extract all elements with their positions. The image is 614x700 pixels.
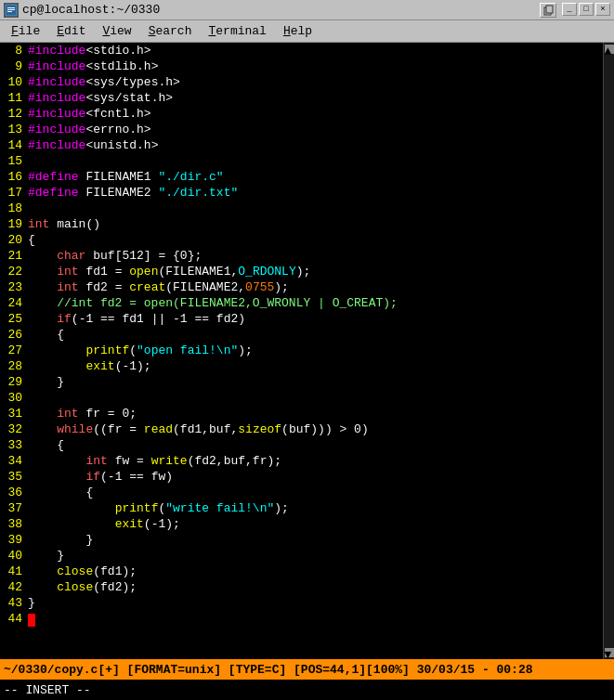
line-content: {: [28, 327, 601, 343]
line-number: 10: [2, 74, 28, 90]
line-content: #define FILENAME2 "./dir.txt": [28, 185, 601, 201]
line-content: int main(): [28, 216, 601, 232]
line-content: {: [28, 485, 601, 500]
code-line: 11 #include<sys/stat.h>: [0, 90, 603, 106]
code-line: 19 int main(): [0, 216, 603, 232]
scrollbar-down[interactable]: ▼: [605, 648, 614, 657]
line-content: }: [28, 532, 601, 548]
line-number: 43: [2, 595, 28, 611]
titlebar-controls: _ □ ×: [540, 3, 610, 18]
code-line: 31 int fr = 0;: [0, 406, 603, 421]
code-line: 28 exit(-1);: [0, 358, 603, 374]
code-line: 35 if(-1 == fw): [0, 469, 603, 485]
terminal: 8 #include<stdio.h> 9 #include<stdlib.h>…: [0, 43, 614, 700]
line-number: 9: [2, 58, 28, 74]
line-content: char buf[512] = {0};: [28, 248, 601, 264]
menu-file[interactable]: File: [4, 22, 47, 41]
code-line: 43 }: [0, 595, 603, 611]
code-area[interactable]: 8 #include<stdio.h> 9 #include<stdlib.h>…: [0, 43, 614, 659]
line-content: int fw = write(fd2,buf,fr);: [28, 453, 601, 469]
code-line: 36 {: [0, 485, 603, 500]
line-content: }: [28, 548, 601, 564]
line-content: printf("write fail!\n");: [28, 500, 601, 516]
line-content: if(-1 == fd1 || -1 == fd2): [28, 311, 601, 327]
code-line: 16 #define FILENAME1 "./dir.c": [0, 169, 603, 185]
line-number: 26: [2, 327, 28, 343]
line-number: 33: [2, 437, 28, 453]
titlebar: cp@localhost:~/0330 _ □ ×: [0, 0, 614, 20]
code-line: 38 exit(-1);: [0, 516, 603, 532]
line-number: 37: [2, 500, 28, 516]
line-content: exit(-1);: [28, 516, 601, 532]
line-number: 41: [2, 564, 28, 579]
line-number: 19: [2, 216, 28, 232]
line-number: 28: [2, 358, 28, 374]
code-line: 34 int fw = write(fd2,buf,fr);: [0, 453, 603, 469]
line-number: 21: [2, 248, 28, 264]
line-content: #include<stdlib.h>: [28, 58, 601, 74]
code-line: 37 printf("write fail!\n");: [0, 500, 603, 516]
line-number: 29: [2, 374, 28, 390]
code-line: 9 #include<stdlib.h>: [0, 58, 603, 74]
code-line: 24 //int fd2 = open(FILENAME2,O_WRONLY |…: [0, 295, 603, 311]
line-number: 36: [2, 485, 28, 500]
close-button[interactable]: ×: [595, 3, 610, 16]
line-content: [28, 390, 601, 406]
code-content[interactable]: 8 #include<stdio.h> 9 #include<stdlib.h>…: [0, 43, 603, 659]
maximize-button[interactable]: □: [579, 3, 594, 16]
minimize-button[interactable]: _: [562, 3, 577, 16]
line-number: 13: [2, 122, 28, 137]
line-content: if(-1 == fw): [28, 469, 601, 485]
code-line: 14 #include<unistd.h>: [0, 137, 603, 153]
code-line: 21 char buf[512] = {0};: [0, 248, 603, 264]
line-content: printf("open fail!\n");: [28, 343, 601, 358]
copy-icon[interactable]: [540, 3, 556, 18]
code-line: 22 int fd1 = open(FILENAME1,O_RDONLY);: [0, 264, 603, 279]
code-line: 42 close(fd2);: [0, 579, 603, 595]
code-line: 39 }: [0, 532, 603, 548]
code-line: 32 while((fr = read(fd1,buf,sizeof(buf))…: [0, 421, 603, 437]
cursor: [28, 614, 35, 627]
line-number: 20: [2, 232, 28, 248]
scrollbar[interactable]: ▲ ▼: [603, 43, 614, 659]
line-content: #define FILENAME1 "./dir.c": [28, 169, 601, 185]
menubar: File Edit View Search Terminal Help: [0, 20, 614, 43]
menu-help[interactable]: Help: [276, 22, 320, 41]
code-line: 27 printf("open fail!\n");: [0, 343, 603, 358]
line-content: #include<sys/types.h>: [28, 74, 601, 90]
code-line: 25 if(-1 == fd1 || -1 == fd2): [0, 311, 603, 327]
menu-search[interactable]: Search: [141, 22, 200, 41]
line-content: int fd1 = open(FILENAME1,O_RDONLY);: [28, 264, 601, 279]
line-number: 42: [2, 579, 28, 595]
svg-rect-3: [7, 11, 12, 12]
line-number: 15: [2, 153, 28, 169]
code-line: 40 }: [0, 548, 603, 564]
line-number: 35: [2, 469, 28, 485]
line-number: 23: [2, 279, 28, 295]
code-line: 13 #include<errno.h>: [0, 122, 603, 137]
line-content: int fr = 0;: [28, 406, 601, 421]
code-line: 15: [0, 153, 603, 169]
code-line: 12 #include<fcntl.h>: [0, 106, 603, 122]
code-line: 10 #include<sys/types.h>: [0, 74, 603, 90]
modebar: -- INSERT --: [0, 680, 614, 700]
statusbar: ~/0330/copy.c[+] [FORMAT=unix] [TYPE=C] …: [0, 659, 614, 680]
code-line: 18: [0, 201, 603, 216]
line-number: 27: [2, 343, 28, 358]
line-content: [28, 153, 601, 169]
line-content: close(fd2);: [28, 579, 601, 595]
menu-view[interactable]: View: [95, 22, 138, 41]
line-number: 44: [2, 611, 28, 627]
window-title: cp@localhost:~/0330: [22, 3, 160, 17]
line-number: 8: [2, 43, 28, 58]
line-number: 40: [2, 548, 28, 564]
line-content: [28, 611, 601, 627]
scrollbar-up[interactable]: ▲: [605, 45, 614, 54]
line-content: #include<stdio.h>: [28, 43, 601, 58]
line-content: }: [28, 374, 601, 390]
line-number: 18: [2, 201, 28, 216]
line-number: 17: [2, 185, 28, 201]
menu-edit[interactable]: Edit: [49, 22, 93, 41]
line-number: 38: [2, 516, 28, 532]
menu-terminal[interactable]: Terminal: [201, 22, 273, 41]
